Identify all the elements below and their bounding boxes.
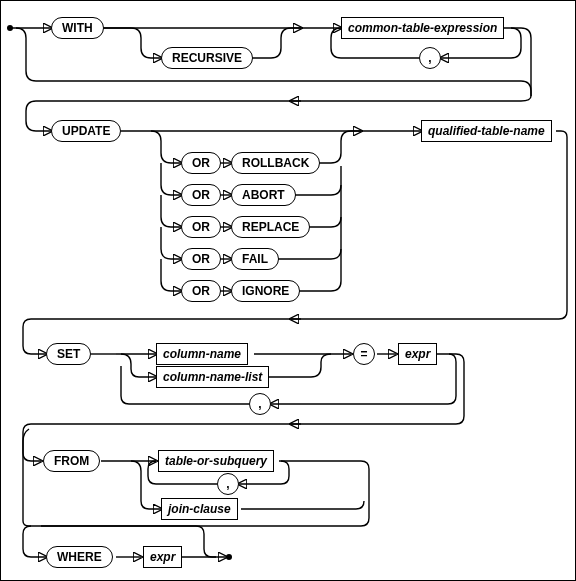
ref-column-name-list: column-name-list	[156, 366, 269, 388]
ref-column-name: column-name	[156, 343, 248, 365]
ref-join-clause: join-clause	[161, 498, 238, 520]
keyword-where: WHERE	[46, 546, 113, 568]
keyword-ignore: IGNORE	[231, 280, 300, 302]
ref-expr-where: expr	[143, 546, 182, 568]
ref-qualified-table-name: qualified-table-name	[421, 120, 552, 142]
keyword-fail: FAIL	[231, 248, 279, 270]
keyword-or-2: OR	[181, 184, 221, 206]
keyword-from: FROM	[43, 450, 100, 472]
keyword-set: SET	[46, 343, 91, 365]
comma-set-loop: ,	[249, 393, 271, 415]
keyword-or-5: OR	[181, 280, 221, 302]
comma-cte-loop: ,	[419, 47, 441, 69]
keyword-or-1: OR	[181, 152, 221, 174]
keyword-rollback: ROLLBACK	[231, 152, 320, 174]
keyword-update: UPDATE	[51, 120, 121, 142]
ref-expr-set: expr	[398, 343, 437, 365]
keyword-abort: ABORT	[231, 184, 296, 206]
keyword-or-3: OR	[181, 216, 221, 238]
end-dot	[226, 554, 232, 560]
keyword-replace: REPLACE	[231, 216, 310, 238]
keyword-or-4: OR	[181, 248, 221, 270]
syntax-diagram: WITH RECURSIVE common-table-expression ,…	[0, 0, 576, 581]
keyword-recursive: RECURSIVE	[161, 47, 253, 69]
keyword-with: WITH	[51, 17, 104, 39]
equals-sign: =	[353, 343, 375, 365]
ref-table-or-subquery: table-or-subquery	[158, 450, 274, 472]
ref-common-table-expression: common-table-expression	[341, 17, 504, 39]
comma-from-loop: ,	[217, 473, 239, 495]
start-dot	[7, 25, 13, 31]
